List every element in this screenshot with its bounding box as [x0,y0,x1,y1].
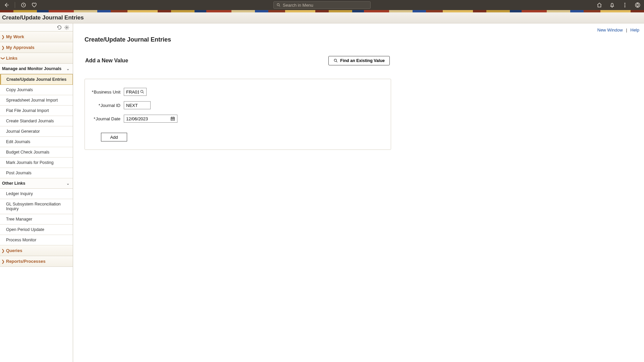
recent-icon[interactable] [20,2,26,8]
find-existing-label: Find an Existing Value [340,58,385,63]
search-icon [276,3,281,7]
sidebar-item-budget-check-journals[interactable]: Budget Check Journals [0,147,73,158]
sidebar-section-label: Queries [6,248,22,253]
journal-id-label: *Journal ID [92,103,124,108]
global-search-input[interactable] [283,3,368,8]
gear-icon[interactable] [64,25,69,30]
sidebar-section-label: Reports/Processes [6,259,46,264]
sidebar-tools [0,23,73,32]
sidebar-section-links[interactable]: ❯ Links [0,53,73,64]
business-unit-label: *Business Unit [92,89,124,95]
notifications-icon[interactable] [609,2,615,8]
calendar-icon[interactable] [170,116,175,121]
component-title: Create/Update Journal Entries [2,14,84,21]
page-top-links: New Window | Help [597,27,639,33]
chevron-right-icon: ❯ [1,35,5,39]
svg-point-8 [141,90,143,93]
navbar-icon[interactable] [635,2,641,8]
sidebar-item-spreadsheet-import[interactable]: Spreadsheet Journal Import [0,95,73,106]
chevron-right-icon: ❯ [1,45,5,50]
sidebar-item-journal-generator[interactable]: Journal Generator [0,126,73,137]
component-title-bar: Create/Update Journal Entries [0,12,644,23]
sidebar-section-reports-processes[interactable]: ❯ Reports/Processes [0,256,73,267]
find-existing-button[interactable]: Find an Existing Value [328,56,390,65]
main-content: New Window | Help Create/Update Journal … [73,23,644,362]
chevron-right-icon: ❯ [1,259,5,264]
sidebar-section-my-approvals[interactable]: ❯ My Approvals [0,42,73,53]
sidebar-item-post-journals[interactable]: Post Journals [0,168,73,178]
sidebar-item-open-period-update[interactable]: Open Period Update [0,225,73,235]
chevron-down-icon: ❯ [1,57,5,60]
home-icon[interactable] [596,2,602,8]
svg-point-11 [172,119,173,119]
sidebar-section-queries[interactable]: ❯ Queries [0,245,73,256]
sidebar-item-copy-journals[interactable]: Copy Journals [0,85,73,95]
svg-point-3 [625,5,626,6]
sidebar: ❯ My Work ❯ My Approvals ❯ Links Manage … [0,23,73,362]
svg-point-6 [66,27,67,28]
svg-point-10 [172,119,172,119]
sidebar-item-create-standard-journals[interactable]: Create Standard Journals [0,116,73,126]
sidebar-item-ledger-inquiry[interactable]: Ledger Inquiry [0,189,73,199]
svg-point-12 [173,119,174,119]
chevron-down-icon: ⌄ [66,67,69,71]
svg-point-2 [625,3,626,4]
svg-point-7 [334,59,337,61]
sidebar-group-label: Manage and Monitor Journals [2,66,61,71]
link-separator: | [626,27,627,33]
sidebar-item-flat-file-import[interactable]: Flat File Journal Import [0,106,73,116]
svg-point-1 [277,4,279,6]
sidebar-section-my-work[interactable]: ❯ My Work [0,32,73,42]
page-heading: Create/Update Journal Entries [73,23,644,43]
global-header [0,0,644,10]
add-button[interactable]: Add [101,133,127,141]
lookup-icon[interactable] [140,89,145,94]
decorative-stripe [0,10,644,12]
chevron-down-icon: ⌄ [66,181,69,186]
actions-menu-icon[interactable] [622,2,628,8]
sidebar-item-create-update-journal[interactable]: Create/Update Journal Entries [0,74,73,85]
global-search[interactable] [273,1,371,9]
sidebar-section-label: Links [6,56,17,61]
sidebar-group-manage-monitor[interactable]: Manage and Monitor Journals ⌄ [0,64,73,74]
sidebar-item-edit-journals[interactable]: Edit Journals [0,137,73,147]
journal-id-input[interactable] [124,101,151,109]
svg-point-4 [625,6,626,7]
sidebar-section-label: My Approvals [6,45,35,50]
sidebar-section-label: My Work [6,34,24,39]
sidebar-item-mark-journals-posting[interactable]: Mark Journals for Posting [0,158,73,168]
sidebar-item-process-monitor[interactable]: Process Monitor [0,235,73,245]
new-window-link[interactable]: New Window [597,27,623,33]
sidebar-group-label: Other Links [2,181,25,186]
back-icon[interactable] [3,2,9,8]
favorite-icon[interactable] [31,2,37,8]
page-sub-heading: Add a New Value [85,58,128,64]
add-new-value-form: *Business Unit *Journal ID *Journal Date [85,79,391,150]
header-separator [15,2,15,8]
sidebar-group-other-links[interactable]: Other Links ⌄ [0,178,73,189]
journal-date-input[interactable] [124,115,177,123]
sidebar-item-gl-subsystem-recon[interactable]: GL Subsystem Reconciliation Inquiry [0,199,73,214]
journal-date-label: *Journal Date [92,116,124,121]
chevron-right-icon: ❯ [1,248,5,253]
search-icon [333,58,338,63]
refresh-icon[interactable] [57,25,62,30]
sidebar-item-tree-manager[interactable]: Tree Manager [0,214,73,225]
svg-point-5 [635,3,640,7]
help-link[interactable]: Help [630,27,639,33]
